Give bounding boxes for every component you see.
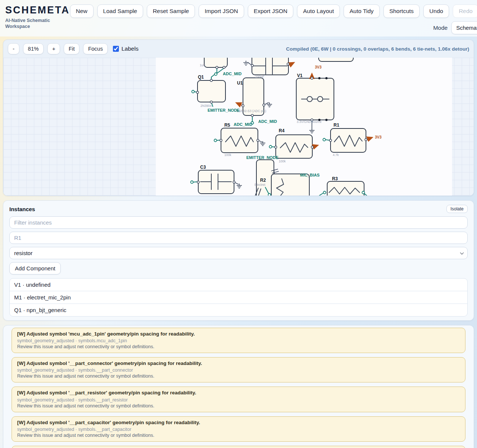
app-header: SCHEMETA AI-Native Schematic Workspace N… bbox=[0, 0, 477, 36]
header-toolbar: New Load Sample Reset Sample Import JSON… bbox=[70, 4, 477, 18]
redo-button[interactable]: Redo bbox=[453, 4, 477, 18]
load-sample-button[interactable]: Load Sample bbox=[97, 4, 143, 18]
mode-select[interactable]: Schematic Stub bbox=[451, 21, 477, 34]
warning-meta: symbol_geometry_adjusted · symbols.__par… bbox=[17, 368, 460, 373]
component-name-input[interactable] bbox=[9, 232, 468, 244]
compile-status: Compiled (0E, 6W | 0 crossings, 0 overla… bbox=[286, 46, 469, 52]
warning-meta: symbol_geometry_adjusted · symbols.__par… bbox=[17, 397, 460, 403]
net-label-adc-mid: ADC_MID bbox=[223, 72, 241, 76]
net-label-adc-mid: ADC_MID bbox=[234, 122, 252, 127]
warning-meta: symbol_geometry_adjusted · symbols.__par… bbox=[17, 427, 460, 432]
mode-label: Mode bbox=[433, 25, 448, 31]
warning-note: Review this issue and adjust net connect… bbox=[17, 403, 460, 409]
export-json-button[interactable]: Export JSON bbox=[248, 4, 293, 18]
warning-card: [W] Adjusted symbol '__part_resistor' ge… bbox=[12, 387, 465, 412]
warning-card: [W] Adjusted symbol '__part_capacitor' g… bbox=[12, 416, 465, 442]
app-logo: SCHEMETA bbox=[5, 4, 70, 16]
warning-title: [W] Adjusted symbol '__part_resistor' ge… bbox=[17, 390, 460, 396]
instances-panel: Instances Isolate resistor Add Component… bbox=[3, 200, 474, 321]
value-label-c1: 100nF bbox=[255, 75, 264, 79]
filter-instances-input[interactable] bbox=[9, 216, 468, 229]
labels-toggle[interactable]: Labels bbox=[113, 45, 139, 52]
add-component-button[interactable]: Add Component bbox=[9, 262, 61, 274]
canvas-section: - 81% + Fit Focus Labels Compiled (0E, 6… bbox=[3, 39, 474, 196]
zoom-level-button[interactable]: 81% bbox=[23, 43, 44, 54]
part-label-u1: ESP32-S3 (ADC pin) bbox=[237, 109, 266, 113]
list-item[interactable]: Q1 · npn_bjt_generic bbox=[10, 304, 467, 316]
value-label-r1: 4.7k bbox=[333, 153, 339, 157]
fit-button[interactable]: Fit bbox=[64, 43, 79, 54]
ref-label-r3: R3 bbox=[332, 176, 338, 181]
ref-label-r5: R5 bbox=[224, 123, 230, 128]
net-label-adc-mid: ADC_MID bbox=[258, 119, 277, 124]
zoom-in-button[interactable]: + bbox=[47, 43, 60, 54]
ref-label-q1: Q1 bbox=[198, 74, 204, 80]
net-label-emitter-node: EMITTER_NODE bbox=[208, 108, 240, 112]
part-label-m1: Electret bbox=[255, 183, 265, 187]
ref-label-r4: R4 bbox=[279, 128, 285, 133]
warning-title: [W] Adjusted symbol 'mcu_adc_1pin' geome… bbox=[17, 331, 460, 337]
ref-label-c3: C3 bbox=[200, 165, 206, 170]
warning-card: [W] Adjusted symbol 'mcu_adc_1pin' geome… bbox=[12, 328, 465, 353]
auto-tidy-button[interactable]: Auto Tidy bbox=[344, 4, 380, 18]
value-label-c2: 1uF bbox=[200, 63, 205, 67]
list-item[interactable]: M1 · electret_mic_2pin bbox=[10, 291, 467, 304]
value-label-r5: 100k bbox=[224, 153, 231, 157]
part-label-v1: 3.3V/GND source bbox=[297, 120, 322, 124]
warning-title: [W] Adjusted symbol '__part_connector' g… bbox=[17, 360, 460, 366]
part-label-q1: 2N3904 bbox=[200, 104, 212, 108]
component-c2-1uf[interactable] bbox=[204, 58, 227, 67]
component-type-value: resistor bbox=[14, 250, 32, 256]
power-label-3v3: 3V3 bbox=[315, 65, 322, 69]
warning-note: Review this issue and adjust net connect… bbox=[17, 344, 460, 349]
canvas-toolbar: - 81% + Fit Focus Labels Compiled (0E, 6… bbox=[3, 40, 474, 58]
component-type-select[interactable]: resistor bbox=[9, 247, 468, 259]
instances-list: V1 · undefined M1 · electret_mic_2pin Q1… bbox=[9, 278, 468, 317]
ref-label-v1: V1 bbox=[297, 73, 303, 78]
component-top-right[interactable] bbox=[319, 58, 353, 61]
warning-card: [W] Adjusted symbol '__part_connector' g… bbox=[12, 357, 465, 382]
ref-label-r2: R2 bbox=[260, 178, 266, 183]
component-q1[interactable] bbox=[198, 80, 225, 102]
auto-layout-button[interactable]: Auto Layout bbox=[297, 4, 340, 18]
value-label-r4: 100k bbox=[279, 159, 286, 163]
undo-button[interactable]: Undo bbox=[423, 4, 449, 18]
reset-sample-button[interactable]: Reset Sample bbox=[147, 4, 195, 18]
ref-label-r1: R1 bbox=[334, 123, 339, 128]
ref-label-u1: U1 bbox=[237, 80, 243, 86]
schematic-svg: Q1 U1 V1 R5 R4 R1 C3 R2 R3 1uF 100nF 2N3… bbox=[3, 58, 474, 196]
power-label-3v3: 3V3 bbox=[375, 135, 382, 139]
focus-button[interactable]: Focus bbox=[83, 43, 108, 54]
warning-note: Review this issue and adjust net connect… bbox=[17, 433, 460, 438]
labels-checkbox[interactable] bbox=[113, 46, 119, 52]
schematic-canvas[interactable]: Q1 U1 V1 R5 R4 R1 C3 R2 R3 1uF 100nF 2N3… bbox=[3, 58, 474, 196]
chevron-down-icon bbox=[460, 251, 464, 254]
brand: SCHEMETA AI-Native Schematic Workspace bbox=[5, 4, 70, 30]
isolate-button[interactable]: Isolate bbox=[446, 205, 468, 213]
app-subtitle: AI-Native Schematic Workspace bbox=[5, 18, 61, 30]
list-item[interactable]: V1 · undefined bbox=[10, 279, 467, 291]
new-button[interactable]: New bbox=[70, 4, 94, 18]
shortcuts-button[interactable]: Shortcuts bbox=[383, 4, 420, 18]
warning-title: [W] Adjusted symbol '__part_capacitor' g… bbox=[17, 420, 460, 426]
instances-title: Instances bbox=[9, 206, 35, 212]
import-json-button[interactable]: Import JSON bbox=[199, 4, 244, 18]
warning-meta: symbol_geometry_adjusted · symbols.mcu_a… bbox=[17, 338, 460, 343]
labels-checkbox-label: Labels bbox=[121, 45, 139, 52]
net-label-mic-bias: MIC_BIAS bbox=[300, 173, 320, 177]
warnings-panel: [W] Adjusted symbol 'mcu_adc_1pin' geome… bbox=[3, 325, 474, 448]
warning-note: Review this issue and adjust net connect… bbox=[17, 374, 460, 379]
mode-select-value: Schematic Stub bbox=[456, 25, 477, 31]
warning-card: [W] Added pin '3V3' to generic symbol '_… bbox=[12, 446, 465, 448]
zoom-out-button[interactable]: - bbox=[8, 43, 19, 54]
net-label-emitter-node: EMITTER_NODE bbox=[246, 155, 278, 160]
